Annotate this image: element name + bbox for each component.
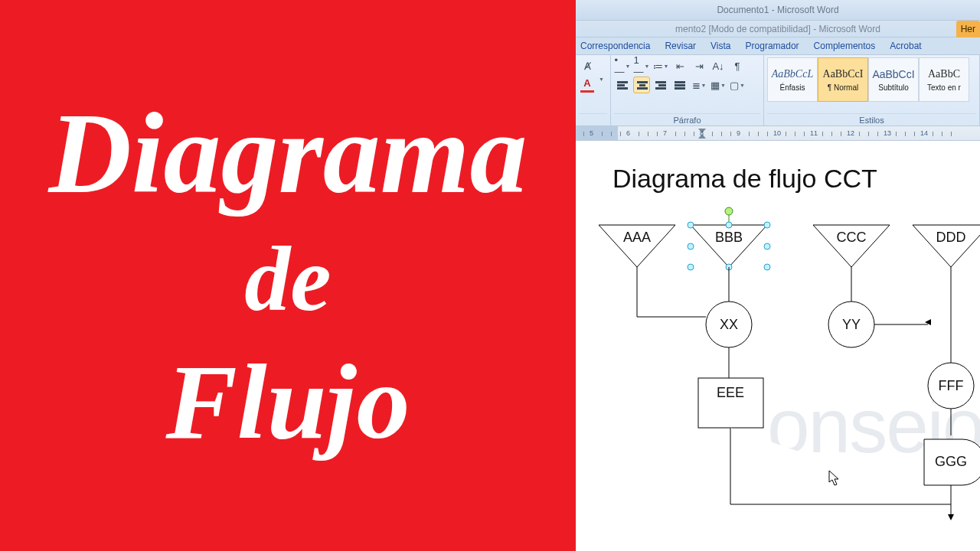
tab-revisar[interactable]: Revisar xyxy=(665,37,696,54)
outdent-button[interactable]: ⇤ xyxy=(671,57,688,74)
svg-text:FFF: FFF xyxy=(939,378,964,393)
document-page[interactable]: onsejoWe Diagrama de flujo CCT AAA BBB xyxy=(576,141,980,551)
rotate-handle[interactable] xyxy=(725,207,733,215)
shading-icon: ▦ xyxy=(710,80,720,91)
tab-correspondencia[interactable]: Correspondencia xyxy=(580,37,650,54)
arrowhead-icon xyxy=(948,514,954,520)
group-font-partial: Ⱥ A ▼ xyxy=(576,55,611,126)
resize-handle[interactable] xyxy=(764,222,770,228)
ruler-tick: 6 xyxy=(626,129,630,139)
style-name: Subtítulo xyxy=(878,83,908,92)
group-paragraph: •—▼ 1—▼ ≔▼ ⇤ ⇥ A↓ ¶ ≣▼ ▦▼ xyxy=(611,55,764,126)
window-titlebar-1: Documento1 - Microsoft Word xyxy=(576,0,980,21)
multilevel-icon: ≔ xyxy=(653,60,663,72)
svg-text:EEE: EEE xyxy=(717,385,744,400)
align-center-button[interactable] xyxy=(633,77,650,93)
ruler-tick: 7 xyxy=(663,129,667,139)
align-right-icon xyxy=(655,80,666,90)
thumbnail-title-panel: Diagrama de Flujo xyxy=(0,0,576,551)
align-center-icon xyxy=(636,80,648,90)
style-normal[interactable]: AaBbCcI ¶ Normal xyxy=(818,57,868,102)
window-titlebar-2: mento2 [Modo de compatibilidad] - Micros… xyxy=(576,21,980,37)
resize-handle[interactable] xyxy=(764,243,770,249)
sort-icon: A↓ xyxy=(712,60,724,72)
multilevel-button[interactable]: ≔▼ xyxy=(652,57,669,74)
document-heading[interactable]: Diagrama de flujo CCT xyxy=(612,164,980,194)
ruler-tick: 13 xyxy=(884,129,891,139)
ruler-tick: 10 xyxy=(773,129,781,139)
line-spacing-icon: ≣ xyxy=(692,80,701,91)
ruler-tick: 8 xyxy=(700,129,704,139)
shape-fff[interactable]: FFF xyxy=(928,363,974,409)
contextual-tab-tools[interactable]: Her xyxy=(956,21,980,37)
dropdown-arrow-icon[interactable]: ▼ xyxy=(599,77,604,93)
ruler-tick: 11 xyxy=(810,129,818,139)
ribbon-tabs: Correspondencia Revisar Vista Programado… xyxy=(576,37,980,55)
resize-handle[interactable] xyxy=(688,243,694,249)
font-color-swatch xyxy=(580,90,594,93)
ribbon: Ⱥ A ▼ •—▼ 1—▼ xyxy=(576,55,980,126)
connector[interactable] xyxy=(730,428,951,504)
flowchart-canvas[interactable]: AAA BBB xyxy=(591,225,980,551)
svg-text:CCC: CCC xyxy=(837,230,867,245)
align-left-icon xyxy=(617,80,628,90)
tab-acrobat[interactable]: Acrobat xyxy=(890,37,921,54)
connector[interactable] xyxy=(637,267,706,317)
svg-text:GGG: GGG xyxy=(935,454,967,469)
bullets-icon: •— xyxy=(615,54,625,77)
style-subtitulo[interactable]: AaBbCcI Subtítulo xyxy=(868,57,919,102)
justify-button[interactable] xyxy=(671,77,688,93)
font-color-button[interactable]: A xyxy=(579,77,596,93)
shape-ggg[interactable]: GGG xyxy=(924,439,980,485)
shape-ddd[interactable]: DDD xyxy=(913,225,980,267)
shape-ccc[interactable]: CCC xyxy=(813,225,890,267)
svg-text:AAA: AAA xyxy=(623,230,651,245)
justify-icon xyxy=(675,80,685,90)
svg-text:BBB: BBB xyxy=(715,230,743,245)
style-preview: AaBbC xyxy=(928,68,960,80)
resize-handle[interactable] xyxy=(726,222,732,228)
tab-complementos[interactable]: Complementos xyxy=(814,37,876,54)
shape-aaa[interactable]: AAA xyxy=(599,225,675,267)
align-right-button[interactable] xyxy=(652,77,669,93)
sort-button[interactable]: A↓ xyxy=(710,57,727,74)
resize-handle[interactable] xyxy=(688,264,694,270)
style-texto[interactable]: AaBbC Texto en r xyxy=(919,57,969,102)
show-marks-button[interactable]: ¶ xyxy=(729,57,746,74)
ruler-tick: 5 xyxy=(590,129,593,139)
style-name: ¶ Normal xyxy=(828,83,858,92)
title-line-1: Diagrama xyxy=(48,96,527,210)
numbering-icon: 1— xyxy=(634,54,644,77)
title-line-2: de xyxy=(244,233,331,325)
eraser-icon: Ⱥ xyxy=(584,60,591,72)
borders-button[interactable]: ▢▼ xyxy=(729,77,746,93)
style-enfasis[interactable]: AaBbCcL Énfasis xyxy=(767,57,818,102)
shading-button[interactable]: ▦▼ xyxy=(710,77,727,93)
style-name: Énfasis xyxy=(780,83,805,92)
numbering-button[interactable]: 1—▼ xyxy=(633,57,650,74)
align-left-button[interactable] xyxy=(614,77,631,93)
tab-vista[interactable]: Vista xyxy=(710,37,730,54)
title-2-text: mento2 [Modo de compatibilidad] - Micros… xyxy=(675,24,880,34)
line-spacing-button[interactable]: ≣▼ xyxy=(691,77,707,93)
style-name: Texto en r xyxy=(927,83,961,92)
shape-xx[interactable]: XX xyxy=(706,302,752,347)
word-window: Documento1 - Microsoft Word mento2 [Modo… xyxy=(576,0,980,551)
group-styles-label: Estilos xyxy=(767,113,976,126)
tab-programador[interactable]: Programador xyxy=(746,37,799,54)
horizontal-ruler[interactable]: 4567891011121314 xyxy=(576,126,980,141)
indent-button[interactable]: ⇥ xyxy=(691,57,707,74)
shape-yy[interactable]: YY xyxy=(828,302,874,347)
clear-formatting-button[interactable]: Ⱥ xyxy=(579,57,596,74)
resize-handle[interactable] xyxy=(764,264,770,270)
bullets-button[interactable]: •—▼ xyxy=(614,57,631,74)
shape-eee[interactable]: EEE xyxy=(698,378,763,428)
style-preview: AaBbCcI xyxy=(823,68,864,80)
indent-icon: ⇥ xyxy=(695,60,704,72)
shape-bbb-selected[interactable]: BBB xyxy=(688,207,770,270)
resize-handle[interactable] xyxy=(688,222,694,228)
svg-text:XX: XX xyxy=(720,317,738,332)
group-styles: AaBbCcL Énfasis AaBbCcI ¶ Normal AaBbCcI… xyxy=(764,55,980,126)
style-preview: AaBbCcL xyxy=(772,68,813,80)
font-color-icon: A xyxy=(583,77,590,89)
